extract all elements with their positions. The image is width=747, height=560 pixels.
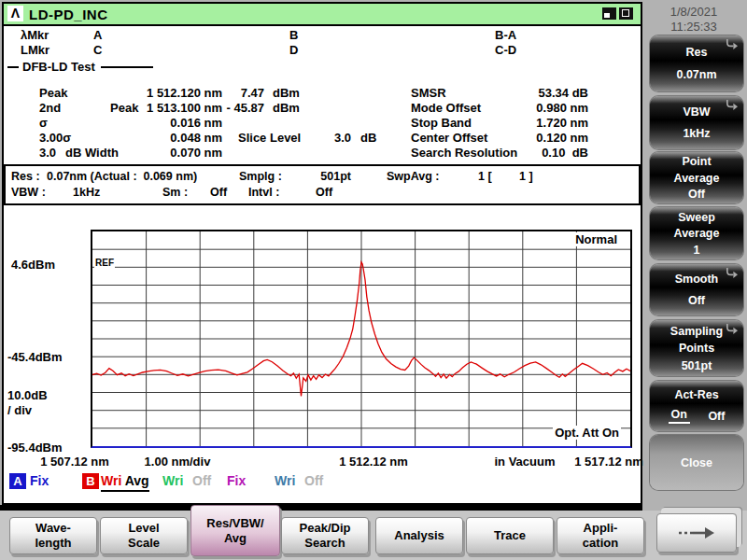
sweep-average-value: 1 [ (478, 170, 492, 183)
interval-setting-label: Intvl : (248, 186, 279, 199)
trace-c-state: Wri (162, 473, 183, 489)
marker-c-d: C-D (495, 43, 516, 57)
vbw-setting-label: VBW : (11, 186, 46, 199)
result-label: Stop Band (411, 116, 472, 130)
act-res-on[interactable]: On (669, 408, 690, 424)
result-wavelength: 1 512.120 nm (121, 86, 222, 100)
spectrum-plot: Normal REF Opt. Att On (91, 230, 632, 448)
softkey-sampling-points[interactable]: Sampling Points 501pt (650, 320, 743, 376)
ref-line-label: REF (94, 258, 115, 268)
menu-more-button[interactable] (656, 513, 737, 553)
menu-level-scale[interactable]: Level Scale (100, 517, 188, 554)
softkey-point-average[interactable]: Point Average Off (650, 152, 743, 203)
trace-e-state-off: Off (304, 473, 323, 489)
result-unit: dBm (273, 86, 300, 100)
menu-analysis[interactable]: Analysis (375, 517, 463, 554)
result-wavelength: 0.070 nm (121, 146, 222, 160)
y-axis-bottom-level: -95.4dBm (7, 441, 63, 455)
maximize-icon (622, 9, 629, 17)
result-label: Search Resolution (411, 146, 517, 160)
sweep-settings-box: Res : 0.07nm (Actual : 0.069 nm) Smplg :… (4, 164, 641, 205)
sampling-setting-label: Smplg : (239, 170, 282, 183)
vbw-setting-value: 1kHz (73, 186, 100, 199)
sweep-average-label: SwpAvg : (387, 170, 439, 183)
instrument-screen: Λ LD-PD_INC λMkr A B B-A LMkr C D C-D DF… (2, 2, 642, 505)
time-text: 11:25:33 (644, 20, 743, 35)
marker-c: C (93, 43, 102, 57)
result-label: 2nd (39, 101, 61, 115)
y-axis-mid-level: -45.4dBm (7, 350, 63, 364)
sampling-setting-value: 501pt (286, 170, 351, 183)
result-value: 0.10 dB (504, 146, 588, 160)
result-unit: dBm (273, 101, 300, 115)
result-wavelength: 0.016 nm (121, 116, 222, 130)
result-value: 0.980 nm (504, 101, 588, 115)
marker-b: B (289, 28, 298, 42)
result-label: SMSR (411, 86, 446, 100)
result-level: 7.47 (213, 86, 264, 100)
submenu-arrow-icon (725, 38, 739, 50)
result-label: Peak (39, 86, 67, 100)
trace-b-badge: B (82, 473, 99, 489)
more-menus-arrow-icon (676, 525, 717, 540)
result-value: 0.120 nm (504, 131, 588, 145)
vendor-logo: Λ (7, 6, 23, 21)
y-axis-scale: 10.0dB (7, 388, 48, 402)
trace-e-state: Wri (275, 473, 295, 489)
softkey-act-res[interactable]: Act-Res On Off (650, 381, 743, 431)
menu-peak-dip-search[interactable]: Peak/Dip Search (281, 517, 369, 554)
x-axis-center: 1 512.12 nm (339, 455, 408, 469)
slice-level-unit: dB (360, 131, 376, 145)
maximize-button[interactable] (619, 7, 633, 20)
spectrum-svg (92, 231, 630, 446)
date-text: 1/8/2021 (644, 5, 743, 20)
trace-a-state: Fix (30, 473, 49, 489)
slice-level-label: Slice Level (238, 131, 301, 145)
result-label: 3.00σ (39, 131, 71, 145)
sweep-average-count: 1 ] (519, 170, 533, 183)
slice-level-value: 3.0 (334, 131, 351, 145)
menu-wavelength[interactable]: Wave- length (9, 517, 97, 554)
x-axis-start: 1 507.12 nm (40, 455, 109, 469)
result-label: σ (39, 116, 48, 130)
x-axis-medium: in Vacuum (494, 455, 555, 469)
x-axis-stop: 1 517.12 nm (574, 455, 643, 469)
section-rule-right (101, 66, 153, 68)
interval-setting-value: Off (316, 186, 332, 199)
smooth-setting-value: Off (210, 186, 227, 199)
softkey-smooth[interactable]: Smooth Off (650, 264, 743, 315)
minimize-icon (604, 13, 610, 18)
result-value: 1.720 nm (504, 116, 588, 130)
submenu-arrow-icon (725, 323, 739, 335)
optical-attenuator-badge: Opt. Att On (553, 426, 621, 440)
act-res-toggle: On Off (650, 408, 743, 424)
softkey-vbw[interactable]: VBW 1kHz (650, 96, 743, 149)
smooth-setting-label: Sm : (162, 186, 188, 199)
result-label2: dB Width (65, 146, 119, 160)
y-axis-scale-unit: / div (7, 403, 32, 417)
trace-mode-badge: Normal (573, 232, 619, 246)
res-setting-label: Res : (11, 170, 40, 183)
menu-res-vbw-avg[interactable]: Res/VBW/ Avg (190, 505, 280, 556)
section-rule-left (7, 66, 19, 68)
softkey-close[interactable]: Close (650, 435, 743, 490)
result-label: 3.0 (39, 146, 56, 160)
res-setting-value: 0.07nm (Actual : 0.069 nm) (47, 170, 197, 183)
menu-application[interactable]: Appli- cation (557, 517, 644, 554)
datetime-display: 1/8/2021 11:25:33 (644, 5, 743, 35)
section-title: DFB-LD Test (22, 60, 95, 74)
menu-trace[interactable]: Trace (466, 517, 554, 554)
marker-a: A (93, 28, 102, 42)
marker-d: D (289, 43, 298, 57)
marker-b-a: B-A (495, 28, 516, 42)
result-label: Mode Offset (411, 101, 481, 115)
trace-a-badge: A (9, 473, 26, 489)
window-title: LD-PD_INC (29, 7, 108, 22)
minimize-button[interactable] (602, 7, 616, 20)
softkey-res[interactable]: Res 0.07nm (650, 35, 743, 91)
result-value: 53.34 dB (504, 86, 588, 100)
act-res-off[interactable]: Off (708, 410, 725, 423)
trace-d-state: Fix (227, 473, 246, 489)
wavelength-marker-label: λMkr (21, 28, 49, 42)
softkey-sweep-average[interactable]: Sweep Average 1 (650, 207, 743, 259)
